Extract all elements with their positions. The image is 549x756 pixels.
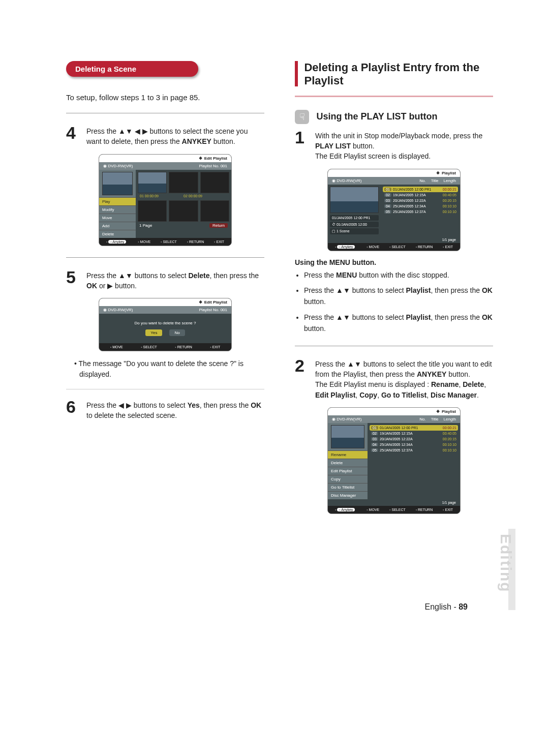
col-no: No. bbox=[419, 417, 425, 421]
table-row[interactable]: 0425/JAN/2005 12:34A00:10:10 bbox=[370, 442, 458, 447]
split-time: 00:00:09 bbox=[145, 194, 159, 198]
table-row[interactable]: 0320/JAN/2005 12:22A00:20:15 bbox=[370, 436, 458, 442]
section-heading: Deleting a Playlist Entry from the Playl… bbox=[304, 61, 482, 88]
menu-disc-manager[interactable]: Disc Manager bbox=[328, 491, 368, 499]
disc-label: DVD-RW(VR) bbox=[108, 308, 133, 312]
menu-rename[interactable]: Rename bbox=[328, 450, 368, 459]
foot-select: SELECT bbox=[389, 508, 406, 511]
col-title: Title bbox=[431, 178, 439, 183]
anykey-pill: Anykey bbox=[337, 508, 355, 511]
menu-delete[interactable]: Delete bbox=[328, 459, 368, 467]
step-6: 6 Press the ◀ ▶ buttons to select Yes, t… bbox=[66, 399, 264, 421]
footer-page: 89 bbox=[459, 602, 468, 611]
t-bold: ANYKEY bbox=[182, 137, 211, 145]
t: button. bbox=[351, 142, 375, 150]
disc-label: DVD-RW(VR) bbox=[337, 178, 361, 183]
mini-title: Playlist bbox=[442, 409, 456, 414]
t-bold: OK bbox=[86, 282, 97, 290]
step-number: 6 bbox=[66, 399, 81, 421]
t-bold: Delete bbox=[188, 271, 209, 280]
confirm-message: Do you want to delete the scene ? bbox=[135, 321, 196, 325]
list-item: Press the ▲▼ buttons to select Playlist,… bbox=[304, 312, 493, 335]
t: Press the ◀ ▶ buttons to select bbox=[86, 401, 188, 409]
table-row[interactable]: 0525/JAN/2005 12:37A00:10:10 bbox=[383, 209, 458, 215]
anykey-pill: Anykey bbox=[337, 245, 355, 249]
menu-copy[interactable]: Copy bbox=[328, 475, 368, 483]
heading-row: Deleting a Playlist Entry from the Playl… bbox=[295, 61, 493, 88]
t: or ▶ button. bbox=[97, 282, 137, 290]
meta: 01/JAN/2005 12:00 PR1 bbox=[330, 215, 379, 221]
hand-icon: ☟ bbox=[295, 110, 309, 124]
table-row[interactable]: 0320/JAN/2005 12:22A00:20:15 bbox=[383, 198, 458, 203]
scene-thumb[interactable] bbox=[200, 172, 229, 193]
t: button. bbox=[211, 137, 235, 145]
meta: ⏱ 01/JAN/2005 12:00 bbox=[330, 222, 379, 227]
menu-add[interactable]: Add bbox=[99, 222, 136, 230]
scene-thumb[interactable] bbox=[138, 172, 167, 193]
right-column: Deleting a Playlist Entry from the Playl… bbox=[295, 61, 493, 521]
table-row[interactable]: 0425/JAN/2005 12:34A00:10:10 bbox=[383, 203, 458, 209]
col-length: Length bbox=[444, 417, 456, 421]
note-text: • The message "Do you want to delete the… bbox=[74, 358, 264, 380]
foot-select: SELECT bbox=[141, 345, 157, 349]
divider bbox=[66, 113, 264, 113]
mini-title: Playlist bbox=[442, 171, 456, 175]
disc-label: DVD-RW(VR) bbox=[108, 164, 133, 168]
menu-modify[interactable]: Modify bbox=[99, 205, 136, 214]
playlist-no: Playlist No. 001 bbox=[199, 164, 227, 168]
scene-thumb[interactable] bbox=[169, 200, 198, 222]
col-title: Title bbox=[431, 417, 439, 421]
thumb bbox=[331, 425, 364, 448]
t-bold: PLAY LIST bbox=[315, 142, 351, 150]
foot-move: MOVE bbox=[367, 245, 379, 249]
menu-subtitle: Using the MENU button. bbox=[295, 258, 493, 266]
screenshot-delete-confirm: ❖Edit Playlist ◉ DVD-RW(VR)Playlist No. … bbox=[66, 298, 264, 351]
menu-edit-playlist[interactable]: Edit Playlist bbox=[328, 467, 368, 475]
foot-move: MOVE bbox=[138, 240, 150, 244]
divider bbox=[66, 389, 264, 389]
screenshot-playlist: ❖Playlist ◉ DVD-RW(VR) No.TitleLength 01… bbox=[295, 169, 493, 251]
yes-button[interactable]: Yes bbox=[145, 329, 162, 336]
scene-thumb[interactable] bbox=[169, 172, 198, 193]
page-info: 1 Page bbox=[139, 223, 152, 228]
side-tab-label: Editing bbox=[497, 534, 514, 593]
foot-move: MOVE bbox=[367, 508, 379, 511]
sub-heading-row: ☟ Using the PLAY LIST button bbox=[295, 110, 493, 124]
menu-move[interactable]: Move bbox=[99, 214, 136, 222]
table-row[interactable]: 0525/JAN/2005 12:37A00:10:10 bbox=[370, 447, 458, 453]
anykey-pill: Anykey bbox=[108, 240, 126, 244]
scene-thumb[interactable] bbox=[138, 200, 167, 222]
heading-rule bbox=[295, 96, 493, 97]
col-length: Length bbox=[444, 178, 456, 183]
page-indicator: 1/1 page bbox=[328, 499, 460, 506]
footer-lang: English bbox=[425, 602, 451, 611]
mini-menu: Play Modify Move Add Delete bbox=[99, 170, 136, 238]
no-button[interactable]: No bbox=[169, 329, 185, 336]
menu-delete[interactable]: Delete bbox=[99, 230, 136, 238]
page-body: Deleting a Scene To setup, follow steps … bbox=[0, 0, 549, 552]
step-number: 1 bbox=[295, 129, 310, 162]
split-time: 00:00:09 bbox=[189, 194, 202, 198]
step-text: Press the ▲▼ buttons to select Delete, t… bbox=[86, 269, 264, 291]
table-row[interactable]: 0219/JAN/2005 12:15A00:40:05 bbox=[383, 192, 458, 198]
step-number: 5 bbox=[66, 269, 81, 291]
heading-bar bbox=[295, 61, 298, 86]
t: Press the ▲▼ buttons to select bbox=[86, 271, 188, 280]
t-bold: Yes bbox=[188, 401, 200, 409]
foot-exit: EXIT bbox=[214, 240, 224, 244]
t-bold: OK bbox=[251, 401, 261, 409]
table-row[interactable]: 0219/JAN/2005 12:15A00:40:05 bbox=[370, 431, 458, 436]
list-item: Press the ▲▼ buttons to select Playlist,… bbox=[304, 285, 493, 308]
step-text: Press the ◀ ▶ buttons to select Yes, the… bbox=[86, 399, 264, 421]
return-pill[interactable]: Return bbox=[209, 223, 228, 228]
step-number: 2 bbox=[295, 357, 310, 400]
t: , then press the bbox=[200, 401, 251, 409]
list-item: Press the MENU button with the disc stop… bbox=[304, 269, 493, 281]
table-row[interactable]: 0101/JAN/2005 12:00 PR100:00:21 bbox=[370, 425, 458, 431]
menu-go-titlelist[interactable]: Go to Titlelist bbox=[328, 483, 368, 491]
foot-exit: EXIT bbox=[443, 245, 453, 249]
menu-play[interactable]: Play bbox=[99, 197, 136, 205]
table-row[interactable]: 0101/JAN/2005 12:00 PR100:00:21 bbox=[383, 187, 458, 192]
scene-thumb[interactable] bbox=[200, 200, 229, 222]
bullet-list: Press the MENU button with the disc stop… bbox=[304, 269, 493, 335]
